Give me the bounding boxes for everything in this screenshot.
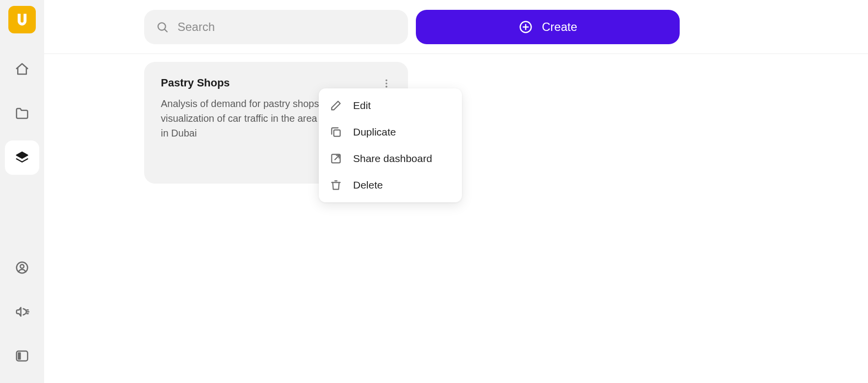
topbar: Create	[44, 0, 868, 54]
panel-left-icon	[15, 349, 29, 363]
card-context-menu: Edit Duplicate Share dashboard Delete	[319, 88, 462, 202]
menu-delete-label: Delete	[353, 179, 383, 191]
nav-account[interactable]	[5, 250, 39, 285]
logo-u-icon	[13, 11, 31, 28]
app-logo[interactable]	[8, 6, 36, 33]
menu-duplicate[interactable]: Duplicate	[319, 119, 462, 145]
nav-panel[interactable]	[5, 339, 39, 373]
menu-edit[interactable]: Edit	[319, 92, 462, 119]
search-box[interactable]	[144, 10, 408, 44]
menu-duplicate-label: Duplicate	[353, 126, 396, 138]
svg-point-13	[385, 82, 387, 84]
sidebar	[0, 0, 44, 383]
svg-rect-15	[334, 130, 340, 137]
card-title: Pastry Shops	[161, 77, 391, 89]
folder-icon	[15, 106, 29, 121]
svg-point-12	[385, 80, 387, 82]
dots-vertical-icon	[381, 78, 392, 89]
nav-folder[interactable]	[5, 96, 39, 131]
svg-point-1	[20, 265, 24, 269]
svg-rect-6	[18, 353, 21, 360]
svg-point-14	[385, 86, 387, 88]
search-icon	[156, 21, 169, 33]
menu-edit-label: Edit	[353, 100, 371, 111]
nav-layers[interactable]	[5, 140, 39, 175]
duplicate-icon	[330, 126, 342, 138]
svg-line-8	[165, 29, 167, 31]
nav-announce[interactable]	[5, 295, 39, 329]
content: Pastry Shops Analysis of demand for past…	[44, 54, 868, 184]
menu-delete[interactable]: Delete	[319, 172, 462, 198]
menu-share[interactable]: Share dashboard	[319, 145, 462, 172]
edit-icon	[330, 99, 342, 112]
create-button-label: Create	[542, 20, 577, 34]
create-button[interactable]: Create	[416, 10, 680, 44]
search-input[interactable]	[178, 20, 396, 34]
share-icon	[330, 152, 342, 165]
menu-share-label: Share dashboard	[353, 153, 432, 164]
nav-home[interactable]	[5, 52, 39, 86]
home-icon	[15, 62, 29, 77]
trash-icon	[330, 179, 342, 192]
layers-icon	[15, 150, 29, 165]
main: Create Pastry Shops Analysis of demand f…	[44, 0, 868, 383]
megaphone-icon	[15, 304, 29, 319]
plus-circle-icon	[518, 20, 533, 34]
user-circle-icon	[15, 260, 29, 275]
